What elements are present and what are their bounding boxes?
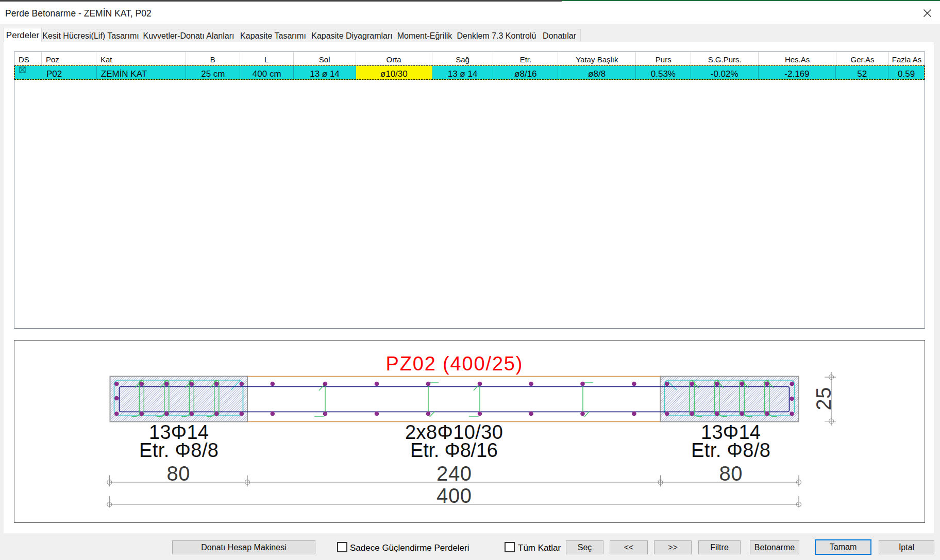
svg-text:240: 240 — [437, 462, 472, 485]
svg-text:Etr. Φ8/8: Etr. Φ8/8 — [139, 439, 219, 461]
svg-text:25: 25 — [812, 387, 835, 411]
svg-text:80: 80 — [719, 462, 743, 485]
svg-text:PZ02 (400/25): PZ02 (400/25) — [386, 353, 523, 375]
svg-text:Etr. Φ8/16: Etr. Φ8/16 — [410, 439, 498, 461]
svg-text:400: 400 — [437, 484, 472, 507]
svg-text:80: 80 — [167, 462, 190, 485]
svg-text:Etr. Φ8/8: Etr. Φ8/8 — [691, 439, 770, 461]
